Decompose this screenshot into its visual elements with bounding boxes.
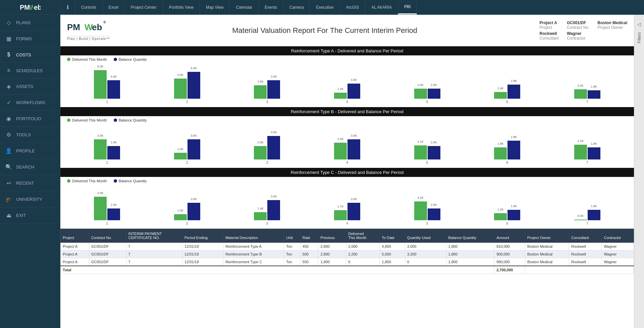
th-cert: INTERIM PAYMENTCERTIFICATE NO. xyxy=(126,229,182,243)
sidebar-item-costs[interactable]: $ COSTS xyxy=(0,47,60,63)
delivered-label-2-0: 4.0K xyxy=(97,191,104,195)
filters-panel[interactable]: ◁ Filters xyxy=(634,15,644,328)
filters-label[interactable]: Filters xyxy=(637,30,642,46)
td-contract-2: GC001/DF xyxy=(89,258,126,266)
td-period-1: 12/31/18 xyxy=(182,250,223,258)
sidebar-label-recent: RECENT xyxy=(16,181,34,186)
nav-item-events[interactable]: Events xyxy=(259,0,283,14)
delivered-bar-2-6: 0.0K xyxy=(574,220,587,220)
chart-legend-2: Delivered This Month Balance Quantity xyxy=(60,177,634,185)
delivered-label-2-1: 1.0K xyxy=(177,209,184,212)
legend-delivered-2: Delivered This Month xyxy=(67,179,107,183)
th-owner: Project Owner xyxy=(525,229,569,243)
legend-delivered-1: Delivered This Month xyxy=(67,118,107,122)
sidebar-icon-assets: ◈ xyxy=(5,83,12,90)
nav-item-controls[interactable]: Controls xyxy=(75,0,103,14)
balance-fill-0-0 xyxy=(107,80,120,99)
bars-0-0: 6.0K 4.0K xyxy=(94,68,120,99)
balance-label-1-3: 3.0K xyxy=(351,134,357,137)
period-group-2-3: 1.7K 3.0K 4 xyxy=(307,190,387,225)
balance-label-2-0: 2.0K xyxy=(111,203,117,206)
delivered-label-0-0: 6.0K xyxy=(97,65,104,68)
td-cert-2: 7 xyxy=(126,258,182,266)
sidebar-item-portfolio[interactable]: ◉ PORTFOLIO xyxy=(0,111,60,127)
contract-value: GC001/DF xyxy=(567,20,589,25)
nav-item-project-center[interactable]: Project Center xyxy=(125,0,163,14)
delivered-label-2-2: 1.4K xyxy=(257,207,264,210)
chart-area-0: 6.0K 4.0K 1 3.0K 5. xyxy=(60,63,634,107)
sidebar-item-assets[interactable]: ◈ ASSETS xyxy=(0,79,60,95)
period-label-0-3: 4 xyxy=(346,100,348,104)
delivered-label-2-6: 0.0K xyxy=(577,214,584,218)
period-group-2-1: 1.0K 3.0K 2 xyxy=(147,190,227,225)
sidebar-item-workflows[interactable]: ✓ WORKFLOWS xyxy=(0,95,60,111)
info-button[interactable]: ℹ xyxy=(60,0,75,14)
delivered-fill-0-5 xyxy=(494,92,507,99)
nav-item-arcgis[interactable]: ArcGIS xyxy=(340,0,365,14)
sidebar-icon-university: 🎓 xyxy=(5,196,12,202)
delivered-label-0-4: 2.0K xyxy=(417,83,424,87)
consultant-label: Consultant xyxy=(540,36,559,41)
sidebar-icon-profile: 👤 xyxy=(5,148,12,154)
nav-item-al-akaria[interactable]: AL AKARIA xyxy=(365,0,398,14)
legend-dot-green-0 xyxy=(67,58,70,61)
sidebar-item-tools[interactable]: ⚙ TOOLS xyxy=(0,127,60,143)
balance-bar-1-0: 2.0K xyxy=(107,146,120,159)
td-amount-1: 900,000 xyxy=(494,250,525,258)
th-project: Project xyxy=(61,229,89,243)
td-contractor-1: Wagner xyxy=(602,250,634,258)
td-qtyused-1: 3,200 xyxy=(405,250,446,258)
balance-fill-1-6 xyxy=(588,147,600,159)
sidebar-item-exit[interactable]: ⏏ EXIT xyxy=(0,207,60,224)
sidebar-label-exit: EXIT xyxy=(16,213,26,218)
sidebar-item-recent[interactable]: ↩ RECENT xyxy=(0,175,60,191)
td-unit-1: Ton xyxy=(284,250,300,258)
th-unit: Unit xyxy=(284,229,300,243)
legend-balance-label-2: Balance Quantity xyxy=(119,179,147,183)
sidebar-item-university[interactable]: 🎓 UNIVERSITY xyxy=(0,191,60,207)
period-label-0-1: 2 xyxy=(186,100,188,104)
sidebar-item-search[interactable]: 🔍 SEARCH xyxy=(0,159,60,175)
bars-1-5: 1.8K 2.8K xyxy=(494,129,520,159)
chart-bars-container-1: 3.0K 2.0K 1 1.0K 3. xyxy=(67,128,627,165)
filters-arrow-icon[interactable]: ◁ xyxy=(637,21,641,27)
nav-item-camera[interactable]: Camera xyxy=(283,0,310,14)
contractor-label: Contractor xyxy=(567,36,589,41)
period-group-1-0: 3.0K 2.0K 1 xyxy=(67,129,147,165)
period-label-2-5: 6 xyxy=(506,222,508,225)
period-group-0-5: 1.4K 2.8K 6 xyxy=(467,68,547,104)
period-label-2-2: 3 xyxy=(266,222,268,225)
nav-item-excel[interactable]: Excel xyxy=(103,0,125,14)
delivered-fill-0-1 xyxy=(174,79,187,99)
nav-item-pbi[interactable]: PBI xyxy=(398,0,417,14)
chart-section-2: Reinforcement Type C - Delivered and Bal… xyxy=(60,168,634,229)
legend-delivered-label-2: Delivered This Month xyxy=(72,179,107,183)
sidebar-item-profile[interactable]: 👤 PROFILE xyxy=(0,143,60,159)
balance-label-1-1: 3.0K xyxy=(191,134,197,137)
balance-bar-1-1: 3.0K xyxy=(187,139,200,159)
balance-bar-0-6: 1.8K xyxy=(588,90,600,99)
delivered-label-1-4: 2.1K xyxy=(417,140,424,143)
delivered-fill-2-5 xyxy=(494,213,507,220)
th-amount: Amount xyxy=(494,229,525,243)
sidebar-item-plans[interactable]: ◇ PLANS xyxy=(0,15,60,31)
bars-1-6: 2.2K 1.8K xyxy=(574,129,600,159)
balance-label-1-5: 2.8K xyxy=(511,135,517,139)
delivered-label-0-3: 1.2K xyxy=(337,87,344,91)
delivered-label-2-3: 1.7K xyxy=(337,205,344,208)
sidebar-icon-tools: ⚙ xyxy=(5,132,12,138)
legend-balance-0: Balance Quantity xyxy=(114,57,147,61)
nav-item-executive[interactable]: Executive xyxy=(310,0,340,14)
delivered-bar-1-2: 2.0K xyxy=(254,146,267,159)
project-value: Project A xyxy=(540,20,559,25)
bars-0-2: 2.5K 3.5K xyxy=(254,68,280,99)
nav-item-calendar[interactable]: Calendar xyxy=(230,0,259,14)
sidebar-item-schedules[interactable]: ≡ SCHEDULES xyxy=(0,63,60,79)
chart-header-0: Reinforcement Type A - Delivered and Bal… xyxy=(60,46,634,55)
nav-item-map-view[interactable]: Map View xyxy=(200,0,230,14)
main-layout: ◇ PLANS▦ FORMS$ COSTS≡ SCHEDULES◈ ASSETS… xyxy=(0,15,644,328)
sidebar-item-forms[interactable]: ▦ FORMS xyxy=(0,31,60,47)
nav-item-portfolio-view[interactable]: Portfolio View xyxy=(163,0,200,14)
contractor-value: Wagner xyxy=(567,31,589,36)
td-cert-1: 7 xyxy=(126,250,182,258)
